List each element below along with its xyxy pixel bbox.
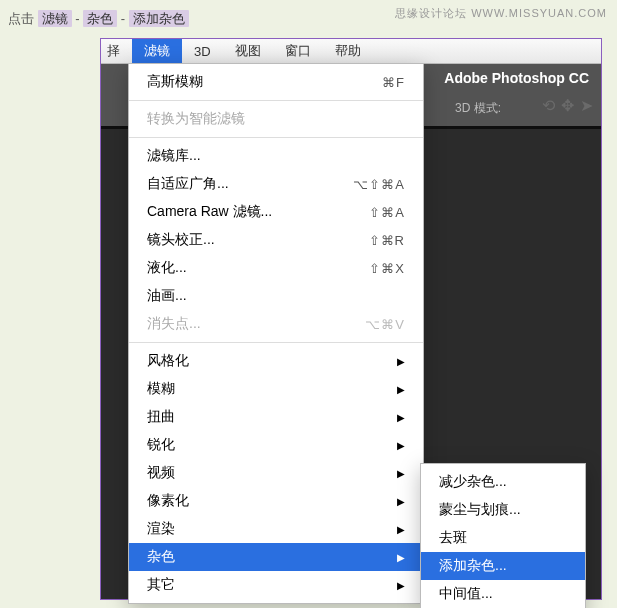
menu-shortcut: ⇧⌘A <box>369 205 405 220</box>
menu-blur[interactable]: 模糊 ▶ <box>129 375 423 403</box>
menu-label: 扭曲 <box>147 408 175 426</box>
menu-stylize[interactable]: 风格化 ▶ <box>129 347 423 375</box>
menu-label: 转换为智能滤镜 <box>147 110 245 128</box>
menu-separator <box>129 137 423 138</box>
instruction-sep: - <box>75 11 83 26</box>
menu-shortcut: ⌘F <box>382 75 405 90</box>
menu-shortcut: ⇧⌘R <box>369 233 405 248</box>
submenu-arrow-icon: ▶ <box>397 524 405 535</box>
menu-label: 其它 <box>147 576 175 594</box>
menu-label: 减少杂色... <box>439 473 507 491</box>
submenu-arrow-icon: ▶ <box>397 580 405 591</box>
3d-mode-label: 3D 模式: <box>455 100 501 117</box>
menu-label: 添加杂色... <box>439 557 507 575</box>
menu-adaptive-wide-angle[interactable]: 自适应广角... ⌥⇧⌘A <box>129 170 423 198</box>
menu-label: 高斯模糊 <box>147 73 203 91</box>
menu-last-filter[interactable]: 高斯模糊 ⌘F <box>129 68 423 96</box>
submenu-dust-scratches[interactable]: 蒙尘与划痕... <box>421 496 585 524</box>
menu-lens-correction[interactable]: 镜头校正... ⇧⌘R <box>129 226 423 254</box>
instruction-line: 点击 滤镜 - 杂色 - 添加杂色 <box>8 10 189 28</box>
submenu-median[interactable]: 中间值... <box>421 580 585 608</box>
menu-filter[interactable]: 滤镜 <box>132 39 182 63</box>
menu-label: 渲染 <box>147 520 175 538</box>
menu-shortcut: ⇧⌘X <box>369 261 405 276</box>
submenu-arrow-icon: ▶ <box>397 496 405 507</box>
submenu-despeckle[interactable]: 去斑 <box>421 524 585 552</box>
menu-separator <box>129 342 423 343</box>
submenu-arrow-icon: ▶ <box>397 384 405 395</box>
menu-bar: 择 滤镜 3D 视图 窗口 帮助 <box>101 39 601 64</box>
menu-filter-gallery[interactable]: 滤镜库... <box>129 142 423 170</box>
submenu-arrow-icon: ▶ <box>397 552 405 563</box>
menu-3d[interactable]: 3D <box>182 39 223 63</box>
menu-label: 液化... <box>147 259 187 277</box>
menu-shortcut: ⌥⇧⌘A <box>353 177 405 192</box>
menu-label: 滤镜库... <box>147 147 201 165</box>
menu-video[interactable]: 视频 ▶ <box>129 459 423 487</box>
menu-label: 杂色 <box>147 548 175 566</box>
menu-noise[interactable]: 杂色 ▶ <box>129 543 423 571</box>
submenu-arrow-icon: ▶ <box>397 412 405 423</box>
pan-icon[interactable]: ✥ <box>561 96 574 115</box>
menu-label: 自适应广角... <box>147 175 229 193</box>
menu-vanishing-point: 消失点... ⌥⌘V <box>129 310 423 338</box>
orbit-icon[interactable]: ⟲ <box>542 96 555 115</box>
instruction-tag-noise: 杂色 <box>83 10 117 27</box>
menu-label: 模糊 <box>147 380 175 398</box>
menu-oil-paint[interactable]: 油画... <box>129 282 423 310</box>
menu-window[interactable]: 窗口 <box>273 39 323 63</box>
menu-label: 风格化 <box>147 352 189 370</box>
noise-submenu: 减少杂色... 蒙尘与划痕... 去斑 添加杂色... 中间值... <box>420 463 586 608</box>
menu-help[interactable]: 帮助 <box>323 39 373 63</box>
3d-mode-icons: ⟲ ✥ ➤ <box>542 96 593 115</box>
menu-distort[interactable]: 扭曲 ▶ <box>129 403 423 431</box>
submenu-add-noise[interactable]: 添加杂色... <box>421 552 585 580</box>
menu-select-truncated[interactable]: 择 <box>101 39 132 63</box>
menu-other[interactable]: 其它 ▶ <box>129 571 423 599</box>
menu-label: 像素化 <box>147 492 189 510</box>
instruction-tag-addnoise: 添加杂色 <box>129 10 189 27</box>
instruction-sep2: - <box>121 11 129 26</box>
menu-label: 镜头校正... <box>147 231 215 249</box>
menu-label: 油画... <box>147 287 187 305</box>
menu-label: Camera Raw 滤镜... <box>147 203 272 221</box>
submenu-arrow-icon: ▶ <box>397 356 405 367</box>
filter-menu-dropdown: 高斯模糊 ⌘F 转换为智能滤镜 滤镜库... 自适应广角... ⌥⇧⌘A Cam… <box>128 63 424 604</box>
submenu-arrow-icon: ▶ <box>397 468 405 479</box>
instruction-prefix: 点击 <box>8 11 34 26</box>
menu-separator <box>129 100 423 101</box>
menu-label: 蒙尘与划痕... <box>439 501 521 519</box>
menu-label: 去斑 <box>439 529 467 547</box>
app-window: 择 滤镜 3D 视图 窗口 帮助 Adobe Photoshop CC 3D 模… <box>100 38 602 600</box>
app-title: Adobe Photoshop CC <box>444 70 589 86</box>
watermark: 思缘设计论坛 WWW.MISSYUAN.COM <box>395 6 607 21</box>
zoom-icon[interactable]: ➤ <box>580 96 593 115</box>
menu-label: 锐化 <box>147 436 175 454</box>
menu-label: 视频 <box>147 464 175 482</box>
menu-shortcut: ⌥⌘V <box>365 317 405 332</box>
submenu-arrow-icon: ▶ <box>397 440 405 451</box>
menu-liquify[interactable]: 液化... ⇧⌘X <box>129 254 423 282</box>
menu-label: 消失点... <box>147 315 201 333</box>
menu-camera-raw[interactable]: Camera Raw 滤镜... ⇧⌘A <box>129 198 423 226</box>
menu-render[interactable]: 渲染 ▶ <box>129 515 423 543</box>
menu-sharpen[interactable]: 锐化 ▶ <box>129 431 423 459</box>
submenu-reduce-noise[interactable]: 减少杂色... <box>421 468 585 496</box>
menu-convert-smart-filter: 转换为智能滤镜 <box>129 105 423 133</box>
menu-pixelate[interactable]: 像素化 ▶ <box>129 487 423 515</box>
instruction-tag-filter: 滤镜 <box>38 10 72 27</box>
menu-view[interactable]: 视图 <box>223 39 273 63</box>
menu-label: 中间值... <box>439 585 493 603</box>
